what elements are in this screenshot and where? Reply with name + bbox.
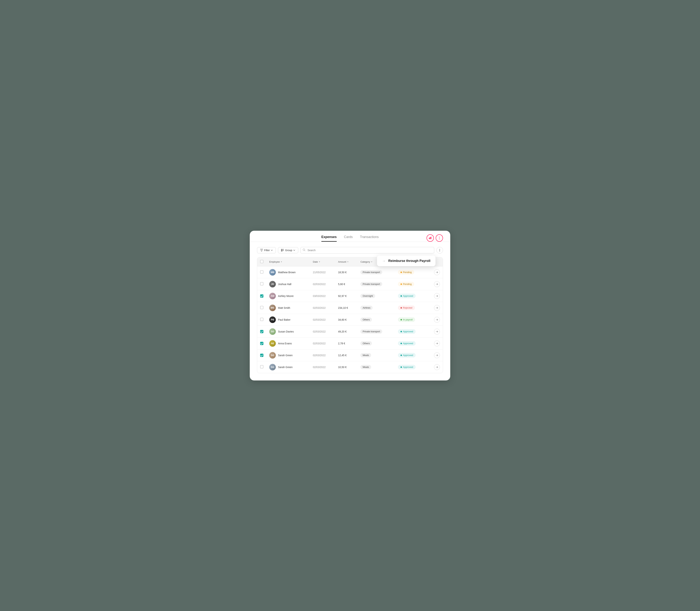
amount-cell: 5,60 € (335, 278, 357, 290)
chart-icon-button[interactable] (427, 234, 434, 242)
group-label: Group (285, 249, 292, 252)
status-dot (400, 295, 402, 297)
status-text: Rejected (403, 307, 412, 309)
status-dot (400, 283, 402, 285)
status-badge: Pending (398, 270, 414, 274)
status-badge: Approved (398, 329, 416, 334)
date-cell: 02/03/2022 (310, 338, 335, 349)
avatar: AE (269, 340, 276, 347)
toolbar-more-button[interactable] (437, 247, 443, 254)
date-sort-icon[interactable]: ▼ (319, 261, 320, 263)
employee-cell: SGSarah Green (266, 349, 310, 361)
checkbox-cell (257, 290, 266, 302)
row-navigate-button[interactable] (434, 305, 440, 311)
employee-cell: MSMatt Smith (266, 302, 310, 314)
header: Expenses Cards Transactions (250, 231, 450, 242)
reimburse-popup[interactable]: → Reimburse through Payroll (377, 255, 436, 266)
row-checkbox[interactable] (260, 306, 263, 309)
tab-expenses[interactable]: Expenses (321, 235, 337, 242)
svg-point-5 (439, 239, 440, 239)
select-all-checkbox[interactable] (260, 260, 263, 263)
status-text: In payroll (403, 318, 413, 321)
status-dot (400, 367, 402, 368)
row-checkbox[interactable] (260, 342, 263, 345)
table-row: SDSusan Davies02/03/202249,20 €Private t… (257, 326, 443, 338)
search-wrap (301, 247, 434, 254)
category-badge: Overnight (360, 294, 375, 298)
date-cell: 02/03/2022 (310, 361, 335, 373)
tab-bar: Expenses Cards Transactions (321, 235, 379, 242)
row-navigate-button[interactable] (434, 281, 440, 287)
row-navigate-button[interactable] (434, 341, 440, 346)
amount-cell: 12,45 € (335, 349, 357, 361)
employee-name: Matt Smith (278, 307, 290, 309)
table-row: JHJoshua Hall02/03/20225,60 €Private tra… (257, 278, 443, 290)
svg-rect-6 (281, 249, 282, 250)
avatar: SD (269, 328, 276, 335)
table-row: AMAshley Moore03/03/202292,97 €Overnight… (257, 290, 443, 302)
th-date: Date ▼ (310, 257, 335, 267)
date-cell: 02/03/2022 (310, 326, 335, 338)
employee-sort-icon[interactable]: ▼ (280, 261, 283, 263)
row-navigate-button[interactable] (434, 317, 440, 323)
row-checkbox[interactable] (260, 282, 263, 285)
svg-rect-1 (430, 237, 430, 239)
svg-point-4 (439, 238, 440, 238)
row-checkbox[interactable] (260, 294, 263, 298)
status-dot (400, 331, 402, 332)
more-icon-button[interactable] (436, 234, 443, 242)
employee-cell: SGSarah Green (266, 361, 310, 373)
checkbox-cell (257, 349, 266, 361)
table-row: MSMatt Smith02/03/2022234,10 €AirlinesRe… (257, 302, 443, 314)
employee-name: Sarah Green (278, 366, 293, 369)
filter-label: Filter (264, 249, 270, 252)
status-text: Pending (403, 271, 412, 273)
row-checkbox[interactable] (260, 365, 263, 369)
date-cell: 02/03/2022 (310, 314, 335, 326)
data-table: Employee ▼ Date ▼ Amount (257, 257, 443, 373)
main-content: Filter Group (250, 247, 450, 373)
th-employee: Employee ▼ (266, 257, 310, 267)
row-navigate-button[interactable] (434, 364, 440, 370)
avatar: MB (269, 269, 276, 275)
tab-transactions[interactable]: Transactions (360, 235, 379, 242)
row-checkbox[interactable] (260, 270, 263, 273)
status-badge: Approved (398, 353, 416, 357)
employee-cell: AEAnna Evans (266, 338, 310, 349)
status-cell: Approved (395, 349, 427, 361)
checkbox-cell (257, 302, 266, 314)
row-checkbox[interactable] (260, 330, 263, 333)
avatar: PB (269, 316, 276, 323)
tab-cards[interactable]: Cards (344, 235, 353, 242)
row-checkbox[interactable] (260, 318, 263, 321)
th-checkbox (257, 257, 266, 267)
svg-rect-2 (431, 237, 431, 239)
category-cell: Airlines (357, 302, 395, 314)
table-row: AEAnna Evans02/03/20222,78 €OthersApprov… (257, 338, 443, 349)
row-navigate-button[interactable] (434, 329, 440, 334)
amount-sort-icon[interactable]: ▼ (347, 261, 349, 263)
row-navigate-button[interactable] (434, 352, 440, 358)
category-badge: Private transport (360, 282, 382, 286)
row-navigate-button[interactable] (434, 293, 440, 299)
status-dot (400, 319, 402, 321)
search-input[interactable] (301, 247, 434, 254)
category-sort-icon[interactable]: ▼ (371, 261, 372, 263)
row-checkbox[interactable] (260, 354, 263, 357)
category-badge: Private transport (360, 329, 382, 333)
employee-cell: JHJoshua Hall (266, 278, 310, 290)
action-cell (427, 349, 443, 361)
row-navigate-button[interactable] (434, 269, 440, 275)
svg-rect-7 (283, 249, 284, 250)
svg-rect-0 (429, 238, 429, 239)
popup-arrow-icon: → (382, 259, 386, 263)
category-cell: Meals (357, 361, 395, 373)
group-button[interactable]: Group (278, 247, 298, 253)
status-text: Approved (403, 342, 413, 345)
amount-cell: 18,50 € (335, 266, 357, 278)
filter-button[interactable]: Filter (257, 247, 276, 253)
employee-cell: AMAshley Moore (266, 290, 310, 302)
employee-name: Paul Baker (278, 318, 290, 321)
table-row: SGSarah Green02/03/202210,50 €MealsAppro… (257, 361, 443, 373)
amount-cell: 10,50 € (335, 361, 357, 373)
